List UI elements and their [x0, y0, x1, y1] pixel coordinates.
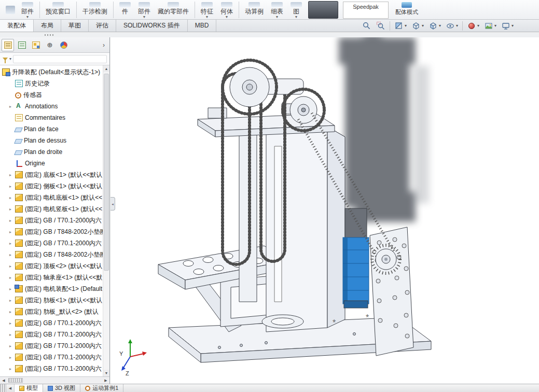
- expander-icon[interactable]: ▸: [9, 195, 15, 200]
- zoom-to-area-icon[interactable]: [376, 21, 386, 31]
- view-orientation-icon[interactable]: [411, 21, 424, 31]
- dropdown-caret-icon[interactable]: ▼: [143, 15, 146, 19]
- panel-collapse-tab[interactable]: [110, 197, 115, 211]
- ribbon-button[interactable]: [76, 2, 77, 18]
- tree-item[interactable]: Commentaires: [0, 112, 103, 123]
- scroll-down-icon[interactable]: [103, 370, 109, 376]
- tree-item[interactable]: Plan de face: [0, 123, 103, 135]
- section-view-icon[interactable]: [394, 21, 407, 31]
- command-tab[interactable]: 装配体: [0, 20, 34, 32]
- expander-icon[interactable]: ▸: [9, 173, 15, 177]
- tree-item[interactable]: ▸ (固定) 肋板_默认<2> (默认: [0, 306, 103, 317]
- document-tab[interactable]: 运动算例1: [80, 384, 123, 392]
- expander-icon[interactable]: ▸: [9, 344, 15, 348]
- scrollbar-thumb[interactable]: [104, 74, 109, 271]
- command-tab[interactable]: 布局: [34, 20, 61, 32]
- expander-icon[interactable]: ▸: [9, 104, 15, 109]
- tree-item[interactable]: ▸ (固定) GB / T848-2002小垫圈: [0, 226, 103, 237]
- hide-show-items-icon[interactable]: [445, 21, 459, 31]
- document-tab[interactable]: 模型: [15, 384, 43, 392]
- zoom-to-fit-icon[interactable]: [362, 21, 372, 31]
- tree-item[interactable]: ▸ (固定) GB / T848-2002小垫圈: [0, 249, 103, 260]
- ribbon-button[interactable]: [195, 2, 195, 18]
- dropdown-caret-icon[interactable]: ▼: [225, 15, 229, 19]
- scroll-right-icon[interactable]: [102, 377, 109, 384]
- filter-funnel-icon[interactable]: [3, 58, 8, 61]
- dropdown-caret-icon[interactable]: ▼: [205, 15, 209, 19]
- ribbon-button[interactable]: 件: [116, 0, 134, 19]
- tab-displaymanager[interactable]: [58, 39, 70, 51]
- apply-scene-icon[interactable]: [483, 21, 497, 31]
- edit-appearance-icon[interactable]: [466, 21, 480, 31]
- command-tab[interactable]: SOLIDWORKS 插件: [116, 20, 188, 32]
- ribbon-button[interactable]: [3, 0, 18, 19]
- panel-expand-chevron-icon[interactable]: [100, 41, 108, 49]
- tab-configurationmanager[interactable]: [30, 39, 42, 51]
- tree-item[interactable]: ▸ (固定) GB / T70.1-2000内六: [0, 352, 103, 363]
- ribbon-button[interactable]: 预览窗口: [42, 0, 74, 19]
- tab-featuremanager-design-tree[interactable]: [2, 39, 14, 51]
- view-settings-icon[interactable]: [501, 21, 514, 31]
- ribbon-button[interactable]: 动算例: [241, 0, 267, 19]
- tree-vertical-scrollbar[interactable]: [103, 65, 109, 376]
- ribbon-button[interactable]: 特征 ▼: [197, 0, 217, 19]
- scroll-up-icon[interactable]: [103, 65, 109, 72]
- expander-icon[interactable]: ▸: [9, 275, 15, 280]
- expander-icon[interactable]: ▸: [9, 355, 15, 360]
- tree-item[interactable]: ▸ (固定) 顶板<2> (默认<<默认: [0, 260, 103, 272]
- dropdown-caret-icon[interactable]: ▼: [295, 15, 298, 19]
- expander-icon[interactable]: ▸: [9, 310, 15, 314]
- panel-drag-handle[interactable]: [45, 34, 55, 36]
- model-3d-view[interactable]: * * Y Z: [110, 37, 539, 384]
- dropdown-caret-icon[interactable]: ▼: [26, 15, 30, 19]
- expander-icon[interactable]: ▸: [9, 230, 15, 234]
- scroll-left-icon[interactable]: [0, 377, 7, 384]
- tree-item[interactable]: ▸ (固定) GB / T70.1-2000内六: [0, 237, 103, 249]
- ribbon-button[interactable]: 细表 ▼: [267, 0, 287, 19]
- ribbon-button[interactable]: 图 ▼: [287, 0, 306, 19]
- tab-scroll-left-icon[interactable]: [6, 384, 15, 392]
- tree-item[interactable]: ▸ (固定) GB / T70.1-2000内六: [0, 215, 103, 226]
- ribbon-button[interactable]: [239, 2, 239, 18]
- ribbon-button[interactable]: [113, 2, 114, 18]
- document-tab[interactable]: 3D 视图: [43, 384, 80, 392]
- expander-icon[interactable]: ▸: [9, 264, 15, 269]
- tree-horizontal-scrollbar[interactable]: [0, 376, 109, 384]
- tree-item[interactable]: ▸ (固定) 电机竖板<1> (默认<<: [0, 203, 103, 215]
- ribbon-button[interactable]: 藏的零部件: [154, 0, 192, 19]
- command-tab[interactable]: 草图: [61, 20, 89, 32]
- expander-icon[interactable]: ▸: [9, 367, 15, 371]
- statusbar-grip[interactable]: [0, 384, 6, 392]
- tree-item[interactable]: 传感器: [0, 89, 103, 101]
- tab-dimxpertmanager[interactable]: [44, 39, 56, 51]
- tree-item[interactable]: ▸ (固定) 底板<1> (默认<<默认: [0, 169, 103, 180]
- expander-icon[interactable]: ▸: [9, 241, 15, 246]
- expander-icon[interactable]: ▸: [9, 184, 15, 189]
- filter-caret-icon[interactable]: ▾: [9, 57, 11, 61]
- ribbon-button[interactable]: 部件 ▼: [18, 0, 37, 19]
- expander-icon[interactable]: ▸: [9, 321, 15, 326]
- tree-item[interactable]: Origine: [0, 158, 103, 169]
- dropdown-caret-icon[interactable]: ▼: [275, 15, 279, 19]
- expander-icon[interactable]: ▸: [9, 253, 15, 257]
- command-tab[interactable]: MBD: [188, 20, 217, 32]
- tree-filter-input[interactable]: [13, 55, 107, 63]
- tree-item[interactable]: 历史记录: [0, 78, 103, 89]
- tree-item[interactable]: Plan de dessus: [0, 135, 103, 146]
- tree-item[interactable]: ▸ (固定) GB / T70.1-2000内六: [0, 329, 103, 340]
- ribbon-button[interactable]: 干涉检测: [79, 0, 111, 19]
- expander-icon[interactable]: ▸: [9, 332, 15, 337]
- display-style-icon[interactable]: [428, 21, 441, 31]
- expander-icon[interactable]: ▸: [9, 218, 15, 223]
- tree-item[interactable]: ▸ (固定) 肋板<1> (默认<<默认: [0, 295, 103, 306]
- tree-item[interactable]: ▸ (固定) 轴承座<1> (默认<<默: [0, 272, 103, 283]
- tree-item[interactable]: ▸ (固定) GB / T70.1-2000内六: [0, 317, 103, 329]
- tree-item[interactable]: ▸ (固定) GB / T70.1-2000内六: [0, 363, 103, 374]
- graphics-viewport[interactable]: * * Y Z: [110, 37, 539, 384]
- scrollbar-grip[interactable]: [8, 378, 23, 383]
- command-tab[interactable]: 评估: [89, 20, 116, 32]
- tree-item[interactable]: ▸ (固定) 电机底板<1> (默认<<: [0, 192, 103, 203]
- tree-item[interactable]: ▸ (固定) 电机装配<1> (Default: [0, 283, 103, 295]
- tree-root-item[interactable]: 升降装配 (Default<显示状态-1>): [0, 66, 103, 78]
- ribbon-button[interactable]: [39, 2, 40, 18]
